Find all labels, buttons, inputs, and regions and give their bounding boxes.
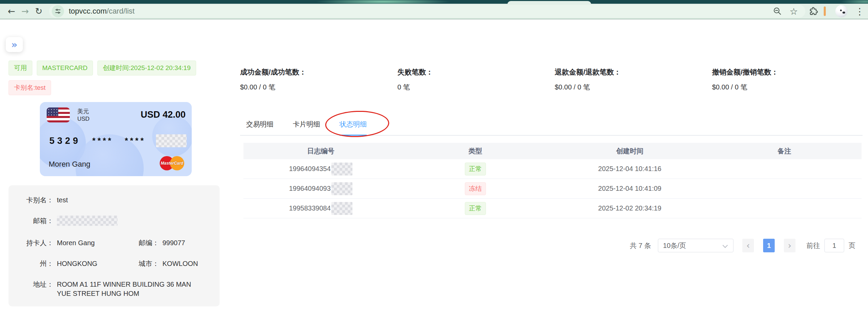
bookmark-star-icon[interactable]: ☆ (790, 6, 798, 17)
us-flag-icon (47, 107, 70, 122)
summary-stats: 成功金额/成功笔数： $0.00 / 0 笔 失败笔数： 0 笔 退款金额/退款… (240, 67, 868, 92)
detail-value: KOWLOON (162, 259, 198, 268)
goto-label: 前往 (806, 241, 820, 250)
stat-label: 撤销金额/撤销笔数： (712, 67, 868, 77)
table-row[interactable]: 19964094093 冻结 2025-12-04 10:41:09 (243, 179, 862, 199)
col-header-created: 创建时间 (553, 147, 707, 156)
card-badges: 可用 MASTERCARD 创建时间:2025-12-02 20:34:19 卡… (9, 61, 199, 95)
log-id-redacted (331, 202, 352, 215)
tune-icon (54, 8, 61, 15)
cell-log-id: 19964094354 (243, 163, 398, 175)
detail-label: 卡别名： (15, 196, 53, 204)
extensions-puzzle-icon[interactable] (809, 6, 818, 16)
card-last4-redacted (156, 134, 187, 147)
card-balance: USD 42.00 (141, 107, 186, 123)
mastercard-wordmark: MasterCard (160, 161, 184, 166)
browser-tab-strip (0, 0, 868, 4)
detail-row-alias: 卡别名： test (15, 196, 220, 204)
created-time-badge: 创建时间:2025-12-02 20:34:19 (97, 61, 196, 75)
detail-row-address: 地址： ROOM A1 11F WINNER BUILDING 36 MAN Y… (15, 280, 220, 298)
pinned-extension-indicator[interactable] (824, 6, 826, 16)
detail-value: 999077 (162, 238, 185, 247)
stat-value: $0.00 / 0 笔 (240, 83, 397, 92)
page-unit-label: 页 (849, 241, 855, 250)
pagination: 共 7 条 10条/页 ‹ 1 › 前往 页 (630, 239, 855, 252)
cell-type: 冻结 (398, 182, 553, 195)
stat-label: 退款金额/退款笔数： (555, 67, 712, 77)
cell-created: 2025-12-04 10:41:09 (553, 185, 707, 192)
type-badge: 正常 (465, 163, 486, 175)
card-top-row: 美元 USD USD 42.00 (47, 107, 186, 123)
url-text[interactable]: topvcc.com/card/list (69, 7, 135, 16)
card-details-panel: 卡别名： test 邮箱： 持卡人： Moren Gang 邮编： 999077… (9, 185, 220, 306)
detail-row-email: 邮箱： (15, 216, 220, 226)
stat-refund: 退款金额/退款笔数： $0.00 / 0 笔 (555, 67, 712, 92)
stat-value: $0.00 / 0 笔 (712, 83, 868, 92)
detail-label: 地址： (15, 280, 53, 298)
page-size-select[interactable]: 10条/页 (658, 239, 733, 252)
zoom-out-icon[interactable] (773, 6, 782, 16)
tab-status-detail[interactable]: 状态明细 (340, 120, 367, 136)
status-log-table: 日志编号 类型 创建时间 备注 19964094354 正常 2025-12-0… (243, 143, 862, 218)
forward-icon[interactable]: → (18, 6, 32, 16)
card-masked-group: **** (125, 136, 145, 146)
card-bin: 5329 (49, 136, 81, 146)
log-id-text: 19964094354 (289, 165, 331, 173)
card-alias-badge: 卡别名:test (9, 80, 51, 95)
profile-avatar[interactable] (835, 5, 848, 17)
browser-chrome: ← → ↻ topvcc.com/card/list ☆ (0, 0, 868, 19)
cell-created: 2025-12-04 10:41:16 (553, 165, 707, 173)
detail-row-holder: 持卡人： Moren Gang 邮编： 999077 (15, 238, 220, 247)
stat-failed: 失败笔数： 0 笔 (397, 67, 555, 92)
site-settings-button[interactable] (52, 5, 64, 17)
card-number: 5329 **** **** (49, 134, 187, 147)
card-holder-name: Moren Gang (49, 160, 90, 169)
stat-value: $0.00 / 0 笔 (555, 83, 712, 92)
detail-row-state: 州： HONGKONG 城市： KOWLOON (15, 259, 220, 268)
flag-canton (47, 107, 58, 116)
detail-value: HONGKONG (57, 259, 128, 268)
browser-toolbar: ← → ↻ topvcc.com/card/list ☆ (0, 4, 868, 19)
stat-label: 成功金额/成功笔数： (240, 67, 397, 77)
currency-name-cn: 美元 (77, 108, 90, 115)
status-badge: 可用 (9, 61, 32, 75)
reload-icon[interactable]: ↻ (32, 6, 46, 16)
sidebar-expand-button[interactable]: » (6, 37, 23, 52)
next-page-button[interactable]: › (784, 239, 795, 252)
tab-strip-flare-right (841, 0, 868, 4)
toolbar-divider (0, 19, 868, 19)
detail-label: 邮编： (128, 238, 159, 247)
email-redacted (57, 216, 117, 226)
mastercard-logo: MasterCard (160, 156, 184, 171)
current-page-button[interactable]: 1 (763, 239, 775, 252)
tab-transaction-detail[interactable]: 交易明细 (246, 120, 273, 135)
log-id-text: 19958339084 (289, 204, 331, 212)
stat-label: 失败笔数： (397, 67, 555, 77)
page-size-value: 10条/页 (663, 241, 686, 250)
browser-menu-icon[interactable]: ⋮ (855, 6, 863, 17)
detail-label: 持卡人： (15, 238, 53, 247)
detail-label: 州： (15, 259, 53, 268)
tab-strip-flare (317, 0, 449, 4)
virtual-card-visual: 美元 USD USD 42.00 5329 **** **** Moren Ga… (40, 102, 192, 176)
cell-log-id: 19964094093 (243, 182, 398, 195)
goto-page-input[interactable] (824, 239, 844, 252)
type-badge: 冻结 (465, 182, 486, 195)
cell-log-id: 19958339084 (243, 202, 398, 215)
stat-success: 成功金额/成功笔数： $0.00 / 0 笔 (240, 67, 397, 92)
table-row[interactable]: 19958339084 正常 2025-12-02 20:34:19 (243, 199, 862, 218)
prev-page-button[interactable]: ‹ (742, 239, 754, 252)
back-icon[interactable]: ← (5, 6, 18, 16)
col-header-log-id: 日志编号 (243, 147, 398, 156)
table-row[interactable]: 19964094354 正常 2025-12-04 10:41:16 (243, 159, 862, 179)
cell-type: 正常 (398, 163, 553, 175)
table-header-row: 日志编号 类型 创建时间 备注 (243, 143, 862, 159)
active-tab-sliver[interactable] (507, 1, 591, 4)
type-badge: 正常 (465, 202, 486, 215)
tab-card-detail[interactable]: 卡片明细 (293, 120, 320, 135)
cell-type: 正常 (398, 202, 553, 215)
pagination-total: 共 7 条 (630, 241, 651, 250)
log-id-redacted (331, 182, 352, 195)
address-bar[interactable]: topvcc.com/card/list ☆ (49, 5, 805, 18)
detail-label: 邮箱： (15, 216, 53, 226)
